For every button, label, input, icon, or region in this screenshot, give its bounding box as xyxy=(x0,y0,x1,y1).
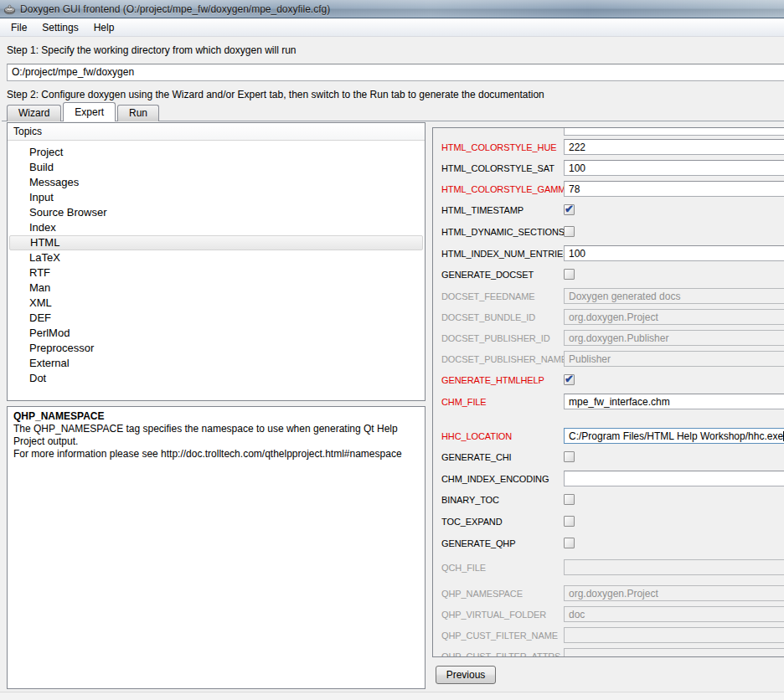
tab-expert[interactable]: Expert xyxy=(63,102,116,121)
menu-item-help[interactable]: Help xyxy=(86,19,122,36)
setting-label: QHP_CUST_FILTER_NAME xyxy=(441,631,564,641)
setting-label: GENERATE_QHP xyxy=(441,538,564,548)
qhp_virtual_folder-input[interactable]: doc xyxy=(564,606,784,622)
setting-label: GENERATE_HTMLHELP xyxy=(441,375,564,385)
setting-label: CHM_FILE xyxy=(441,397,564,407)
setting-label: HTML_COLORSTYLE_SAT xyxy=(441,163,564,173)
setting-row-qhp_cust_filter_attrs: QHP_CUST_FILTER_ATTRS xyxy=(441,648,784,657)
topic-item-external[interactable]: External xyxy=(8,356,425,371)
qhp_cust_filter_attrs-input[interactable] xyxy=(564,648,784,657)
window-bottom-strip xyxy=(0,692,784,700)
topic-item-preprocessor[interactable]: Preprocessor xyxy=(8,341,425,356)
html_colorstyle_hue-input[interactable]: 222 xyxy=(564,139,784,155)
docset_bundle_id-input[interactable]: org.doxygen.Project xyxy=(564,309,784,325)
html_index_num_entries-input[interactable]: 100 xyxy=(564,245,784,261)
input-value: mpe_fw_interface.chm xyxy=(569,396,670,408)
input-value: 100 xyxy=(569,162,585,174)
help-text-line2: For more information please see http://d… xyxy=(13,448,419,461)
topic-item-source-browser[interactable]: Source Browser xyxy=(8,205,425,220)
generate_htmlhelp-checkbox[interactable]: ✔ xyxy=(564,374,575,385)
input-value: org.doxygen.Project xyxy=(569,311,658,323)
chm_index_encoding-input[interactable] xyxy=(564,471,784,486)
setting-row-generate_chi: GENERATE_CHI ✔ xyxy=(441,449,784,465)
topics-panel: Topics ProjectBuildMessagesInputSource B… xyxy=(7,122,426,401)
setting-row-html_index_num_entries: HTML_INDEX_NUM_ENTRIES 100 xyxy=(441,245,784,261)
checkmark-icon: ✔ xyxy=(565,203,574,215)
setting-label: DOCSET_PUBLISHER_NAME xyxy=(441,354,564,364)
topic-item-perlmod[interactable]: PerlMod xyxy=(8,326,425,341)
generate_chi-checkbox[interactable]: ✔ xyxy=(564,451,575,462)
topic-item-def[interactable]: DEF xyxy=(8,311,425,326)
input-value: 78 xyxy=(569,183,580,195)
topic-item-messages[interactable]: Messages xyxy=(8,175,425,190)
qhp_cust_filter_name-input[interactable] xyxy=(564,627,784,643)
topic-item-rtf[interactable]: RTF xyxy=(8,265,425,281)
setting-row-html_dynamic_sections: HTML_DYNAMIC_SECTIONS ✔ xyxy=(441,224,784,239)
setting-row-generate_docset: GENERATE_DOCSET ✔ xyxy=(441,266,784,282)
topic-item-xml[interactable]: XML xyxy=(8,296,425,311)
input-value: 100 xyxy=(569,248,585,260)
menu-item-settings[interactable]: Settings xyxy=(34,19,85,36)
docset_publisher_id-input[interactable]: org.doxygen.Publisher xyxy=(564,330,784,346)
docset_publisher_name-input[interactable]: Publisher xyxy=(564,351,784,367)
topic-item-man[interactable]: Man xyxy=(8,281,425,296)
topic-item-html[interactable]: HTML xyxy=(9,235,423,250)
menubar: FileSettingsHelp xyxy=(0,18,784,37)
tab-bar: WizardExpertRun xyxy=(7,102,161,121)
setting-label: BINARY_TOC xyxy=(441,495,564,505)
binary_toc-checkbox[interactable]: ✔ xyxy=(564,494,575,505)
setting-row-html_colorstyle_sat: HTML_COLORSTYLE_SAT 100 xyxy=(441,160,784,176)
step2-label: Step 2: Configure doxygen using the Wiza… xyxy=(7,89,544,100)
window-title: Doxygen GUI frontend (O:/project/mpe_fw/… xyxy=(20,3,330,15)
input-value: org.doxygen.Publisher xyxy=(569,332,668,344)
setting-label: HTML_TIMESTAMP xyxy=(441,205,564,215)
generate_qhp-checkbox[interactable]: ✔ xyxy=(564,538,575,548)
help-title: QHP_NAMESPACE xyxy=(13,410,419,423)
help-text-line1: The QHP_NAMESPACE tag specifies the name… xyxy=(13,423,419,448)
qch_file-input[interactable] xyxy=(564,559,784,575)
hhc_location-input[interactable]: C:/Program Files/HTML Help Workshop/hhc.… xyxy=(564,428,784,444)
topic-item-index[interactable]: Index xyxy=(8,220,425,235)
menu-item-file[interactable]: File xyxy=(3,19,34,36)
topic-item-latex[interactable]: LaTeX xyxy=(8,250,425,265)
settings-scroll-area[interactable]: HTML_COLORSTYLE_HUE 222 HTML_COLORSTYLE_… xyxy=(432,127,784,657)
html_timestamp-checkbox[interactable]: ✔ xyxy=(564,204,575,215)
topics-list: ProjectBuildMessagesInputSource BrowserI… xyxy=(8,141,425,386)
partially-scrolled-input[interactable] xyxy=(564,128,784,136)
setting-label: TOC_EXPAND xyxy=(441,517,564,527)
setting-label: GENERATE_CHI xyxy=(441,452,564,462)
input-value: Doxygen generated docs xyxy=(569,291,680,302)
html_dynamic_sections-checkbox[interactable]: ✔ xyxy=(564,226,575,237)
qhp_namespace-input[interactable]: org.doxygen.Project xyxy=(564,585,784,601)
doxygen-app-icon xyxy=(3,3,16,15)
topic-item-dot[interactable]: Dot xyxy=(8,371,425,386)
topic-item-input[interactable]: Input xyxy=(8,190,425,205)
setting-row-html_colorstyle_hue: HTML_COLORSTYLE_HUE 222 xyxy=(441,139,784,155)
input-value: 222 xyxy=(569,142,585,153)
toc_expand-checkbox[interactable]: ✔ xyxy=(564,516,575,527)
html_colorstyle_sat-input[interactable]: 100 xyxy=(564,160,784,176)
topic-item-project[interactable]: Project xyxy=(8,145,425,160)
setting-row-docset_publisher_id: DOCSET_PUBLISHER_ID org.doxygen.Publishe… xyxy=(441,330,784,346)
previous-button[interactable]: Previous xyxy=(436,666,496,684)
topics-header: Topics xyxy=(8,123,425,141)
topic-item-build[interactable]: Build xyxy=(8,160,425,175)
html_colorstyle_gamma-input[interactable]: 78 xyxy=(564,181,784,197)
setting-label: QHP_CUST_FILTER_ATTRS xyxy=(441,651,564,658)
input-value: doc xyxy=(569,609,585,620)
setting-label: DOCSET_PUBLISHER_ID xyxy=(441,333,564,343)
tab-run[interactable]: Run xyxy=(117,105,159,121)
docset_feedname-input[interactable]: Doxygen generated docs xyxy=(564,288,784,304)
working-directory-input[interactable]: O:/project/mpe_fw/doxygen xyxy=(7,64,784,81)
chm_file-input[interactable]: mpe_fw_interface.chm xyxy=(564,394,784,409)
settings-form: HTML_COLORSTYLE_HUE 222 HTML_COLORSTYLE_… xyxy=(441,139,784,657)
help-panel: QHP_NAMESPACE The QHP_NAMESPACE tag spec… xyxy=(7,406,426,689)
setting-row-binary_toc: BINARY_TOC ✔ xyxy=(441,492,784,507)
setting-row-qhp_cust_filter_name: QHP_CUST_FILTER_NAME xyxy=(441,627,784,643)
setting-row-docset_bundle_id: DOCSET_BUNDLE_ID org.doxygen.Project xyxy=(441,309,784,325)
tab-wizard[interactable]: Wizard xyxy=(7,105,61,121)
setting-label: HTML_COLORSTYLE_GAMMA xyxy=(441,184,564,194)
input-value: org.doxygen.Project xyxy=(569,588,658,600)
generate_docset-checkbox[interactable]: ✔ xyxy=(564,269,575,280)
setting-label: GENERATE_DOCSET xyxy=(441,270,564,280)
